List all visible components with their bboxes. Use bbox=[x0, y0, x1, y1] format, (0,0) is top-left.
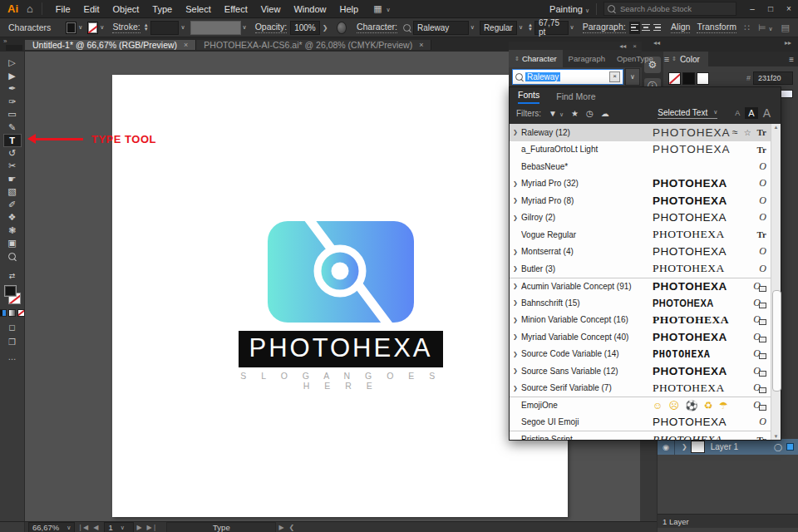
expand-chevron-icon[interactable]: ❯ bbox=[513, 283, 521, 289]
zoom-tool[interactable] bbox=[3, 250, 22, 264]
color-button[interactable] bbox=[0, 309, 7, 317]
stroke-label[interactable]: Stroke: bbox=[112, 22, 140, 33]
dots-grid-icon[interactable]: ∷ bbox=[744, 22, 750, 33]
menu-window[interactable]: Window bbox=[287, 4, 332, 14]
stroke-weight-stepper[interactable]: ▲▼ bbox=[144, 23, 149, 32]
hand-tool[interactable]: ☛ bbox=[3, 173, 22, 186]
variable-font-icon[interactable]: O bbox=[753, 399, 766, 411]
menu-type[interactable]: Type bbox=[145, 4, 179, 14]
close-button[interactable]: × bbox=[780, 4, 798, 13]
font-dropdown-button[interactable]: ∨ bbox=[625, 68, 640, 86]
stroke-weight-field[interactable] bbox=[150, 21, 180, 35]
menu-select[interactable]: Select bbox=[179, 4, 218, 14]
font-size-field[interactable]: 67,75 pt bbox=[534, 21, 569, 35]
opentype-icon[interactable]: O bbox=[759, 177, 766, 190]
tab-opentype[interactable]: OpenType bbox=[611, 50, 659, 67]
font-row[interactable]: ❯Montserrat (4)PHOTOHEXAO bbox=[510, 244, 771, 261]
opentype-icon[interactable]: O bbox=[759, 263, 766, 275]
none-button[interactable] bbox=[17, 309, 25, 317]
sample-text-dropdown[interactable]: Selected Text∨ bbox=[658, 108, 717, 119]
expand-chevron-icon[interactable]: ❯ bbox=[513, 197, 521, 204]
truetype-icon[interactable]: Tr bbox=[757, 145, 766, 155]
close-tab-icon[interactable]: × bbox=[419, 41, 423, 49]
font-row[interactable]: BebasNeue*O bbox=[510, 158, 771, 175]
expand-chevron-icon[interactable]: ❯ bbox=[513, 317, 521, 323]
fill-stroke-indicator[interactable] bbox=[3, 284, 22, 306]
last-artboard-icon[interactable]: ▶❘ bbox=[147, 524, 158, 531]
white-swatch[interactable] bbox=[697, 72, 709, 85]
font-size-stepper[interactable]: ▲▼ bbox=[528, 23, 533, 32]
variable-font-icon[interactable]: O bbox=[753, 365, 766, 377]
character-label[interactable]: Character: bbox=[357, 22, 397, 33]
tab-fonts[interactable]: Fonts bbox=[518, 90, 539, 104]
font-row[interactable]: a_FuturaOrtoLt LightPHOTOHEXATr bbox=[510, 141, 771, 159]
font-row[interactable]: ❯Source Code Variable (14)PHOTOHEXAO bbox=[510, 346, 771, 363]
drawing-mode-icon[interactable]: ◻ bbox=[8, 323, 15, 332]
opacity-field[interactable]: 100% bbox=[290, 21, 320, 35]
menu-object[interactable]: Object bbox=[106, 4, 146, 14]
curvature-tool[interactable]: ✑ bbox=[3, 96, 22, 109]
close-tab-icon[interactable]: × bbox=[184, 41, 188, 49]
menu-file[interactable]: File bbox=[49, 4, 77, 14]
opentype-icon[interactable]: O bbox=[759, 416, 766, 428]
menu-effect[interactable]: Effect bbox=[218, 4, 254, 14]
align-center-button[interactable] bbox=[640, 22, 651, 34]
symbol-sprayer-tool[interactable]: ❃ bbox=[3, 224, 22, 238]
sample-size-small-button[interactable]: A bbox=[732, 108, 743, 118]
paragraph-label[interactable]: Paragraph: bbox=[583, 22, 626, 33]
expand-chevron-icon[interactable]: ❯ bbox=[513, 351, 521, 357]
align-left-button[interactable] bbox=[629, 22, 640, 34]
font-row[interactable]: ❯Source Sans Variable (12)PHOTOHEXAO bbox=[510, 362, 771, 380]
arrange-documents-icon[interactable]: ▦∨ bbox=[373, 3, 392, 14]
opentype-icon[interactable]: O bbox=[759, 245, 766, 258]
expand-chevron-icon[interactable]: ❯ bbox=[513, 129, 521, 135]
none-swatch[interactable] bbox=[668, 72, 681, 85]
scrollbar-thumb[interactable] bbox=[772, 290, 781, 392]
expand-chevron-icon[interactable]: ❯ bbox=[513, 180, 521, 187]
gradient-button[interactable] bbox=[8, 309, 16, 317]
first-artboard-icon[interactable]: ❘◀ bbox=[77, 524, 88, 531]
font-row[interactable]: ❯Acumin Variable Concept (91)PHOTOHEXAO bbox=[510, 278, 771, 295]
font-row[interactable]: ❯Bahnschrift (15)PHOTOHEXAO bbox=[510, 294, 771, 312]
photohexa-logo[interactable]: PHOTOHEXA S L O G A N G O E S H E R E bbox=[239, 221, 443, 391]
panel-menu-icon[interactable]: ≡ bbox=[789, 55, 798, 64]
fill-proxy-swatch[interactable] bbox=[4, 285, 17, 297]
align-to-selection-icon[interactable]: ⊨∨ bbox=[758, 22, 773, 33]
tab-find-more[interactable]: Find More bbox=[556, 91, 595, 104]
recently-added-clock-icon[interactable]: ◷ bbox=[586, 109, 594, 118]
scissors-tool[interactable]: ✂ bbox=[3, 160, 22, 173]
expand-chevron-icon[interactable]: ❯ bbox=[513, 214, 521, 221]
font-row[interactable]: ❯Myriad Pro (8)PHOTOHEXAO bbox=[510, 192, 771, 209]
font-row[interactable]: ❯Butler (3)PHOTOHEXAO bbox=[510, 260, 771, 278]
align-right-button[interactable] bbox=[652, 22, 663, 34]
font-row[interactable]: Segoe UI EmojiPHOTOHEXAO bbox=[510, 414, 771, 431]
home-icon[interactable]: ⌂ bbox=[25, 2, 42, 15]
variable-font-icon[interactable]: O bbox=[753, 280, 766, 293]
favorites-star-icon[interactable]: ★ bbox=[571, 109, 579, 118]
sample-size-large-button[interactable]: A bbox=[760, 106, 774, 121]
scroll-down-icon[interactable]: ▼ bbox=[771, 434, 781, 439]
pen-tool[interactable]: ✒ bbox=[3, 82, 22, 96]
opacity-label[interactable]: Opacity: bbox=[255, 22, 288, 33]
align-panel-link[interactable]: Align bbox=[671, 22, 690, 33]
opentype-icon[interactable]: O bbox=[759, 160, 766, 173]
expand-chevron-icon[interactable]: ❯ bbox=[513, 385, 521, 392]
brush-definition-dropdown[interactable] bbox=[190, 21, 241, 35]
opentype-icon[interactable]: O bbox=[759, 195, 766, 207]
favorite-star-icon[interactable]: ☆ bbox=[744, 128, 751, 137]
expand-chevron-icon[interactable]: ❯ bbox=[513, 333, 521, 340]
font-row[interactable]: Pristina ScriptPHOTOHEXATr bbox=[510, 431, 771, 440]
rectangle-tool[interactable]: ▭ bbox=[3, 108, 22, 121]
swap-fill-stroke-icon[interactable]: ⇄ bbox=[3, 269, 22, 283]
font-row[interactable]: ❯Gilroy (2)PHOTOHEXAO bbox=[510, 209, 771, 227]
toolbar-collapse-strip[interactable]: » bbox=[0, 37, 25, 52]
eyedropper-tool[interactable]: ✐ bbox=[3, 199, 22, 212]
artboard[interactable]: PHOTOHEXA S L O G A N G O E S H E R E bbox=[112, 75, 568, 517]
sample-size-medium-button[interactable]: A bbox=[745, 107, 757, 119]
font-search-field[interactable]: Raleway × bbox=[512, 69, 623, 85]
tab-paragraph[interactable]: Paragraph bbox=[563, 50, 611, 67]
workspace-switcher[interactable]: Painting∨ bbox=[549, 4, 589, 14]
gradient-tool[interactable]: ▧ bbox=[3, 185, 22, 199]
artboard-tool[interactable]: ▣ bbox=[3, 237, 22, 250]
maximize-button[interactable]: □ bbox=[761, 4, 780, 13]
